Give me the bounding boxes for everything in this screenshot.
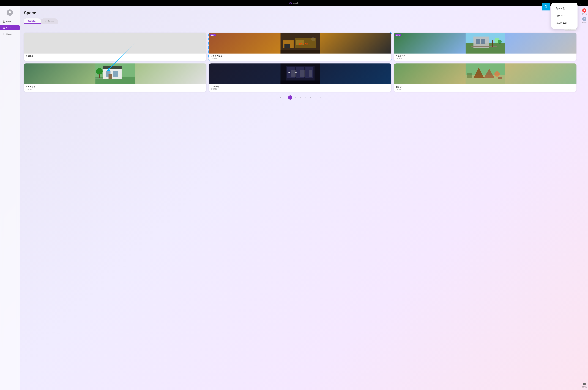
app-container: Home Space Object Space (0, 6, 588, 390)
card-info-gallery: H.Gallery 23.03.16 ··· (209, 84, 391, 92)
page-btn-4[interactable]: 4 (303, 96, 307, 99)
card-title-rooftop: 루프탑 카페 (396, 55, 406, 57)
top-bar: Modelic (0, 0, 588, 6)
card-thumb-rooftop: NEW (394, 33, 577, 53)
card-info-record: 은화수 레코드 23.04.14 ··· (209, 53, 391, 61)
help-icon-container[interactable]: ? 문의하기 (582, 17, 587, 24)
card-title-myhouse: 마이 하우스 (26, 86, 35, 88)
svg-rect-44 (300, 70, 305, 77)
svg-rect-31 (113, 71, 118, 77)
svg-point-0 (9, 11, 11, 13)
svg-point-16 (311, 37, 315, 41)
card-rooftop[interactable]: NEW 루프탑 카페 (394, 33, 577, 61)
card-title-gallery: H.Gallery (211, 86, 219, 88)
svg-rect-43 (291, 70, 296, 77)
notice-badge (582, 8, 587, 13)
svg-rect-21 (481, 39, 485, 44)
sidebar-space-label: Space (6, 27, 11, 29)
svg-rect-42 (281, 81, 320, 84)
card-date-myhouse: 23.01.15 (26, 88, 35, 90)
page-next-btn[interactable]: › (313, 96, 317, 99)
svg-rect-34 (99, 74, 100, 78)
svg-rect-5 (3, 33, 4, 34)
sidebar: Home Space Object (0, 6, 20, 390)
tabs-container: Template My Space (24, 18, 577, 24)
new-badge-record: NEW (210, 34, 216, 36)
card-info-camping: 캠핑장 23.03.23 ··· (394, 84, 577, 92)
notice-icon-container[interactable]: 공지사항 (582, 8, 587, 15)
page-btn-2[interactable]: 2 (293, 96, 297, 99)
card-thumb-gallery: H.GALLERY (209, 63, 391, 84)
svg-rect-12 (285, 44, 290, 48)
svg-rect-35 (96, 78, 103, 79)
card-date-rooftop: 23.04.12 (396, 57, 406, 59)
badge-number: 1 (545, 4, 547, 9)
card-myhouse[interactable]: 마이 하우스 23.01.15 ··· (24, 63, 206, 92)
card-menu-btn-gallery[interactable]: ··· (385, 86, 390, 90)
sidebar-item-space[interactable]: Space (0, 25, 20, 30)
sidebar-item-home[interactable]: Home (0, 19, 20, 24)
plus-icon: + (113, 39, 117, 47)
svg-rect-51 (467, 73, 472, 78)
context-open[interactable]: Space 열기 (551, 5, 578, 12)
sort-bar: 최신순 오래된순 이름순 (24, 27, 577, 31)
tutorial-label: 튜토리얼 (582, 386, 587, 388)
avatar (7, 9, 13, 16)
card-gallery[interactable]: H.GALLERY H.Gallery 23.03.16 ··· (209, 63, 391, 92)
right-sidebar: 공지사항 ? 문의하기 튜토리얼 (581, 6, 588, 390)
app-name: Modelic (293, 2, 299, 4)
space-grid: + 빈 템플릿 NEW (24, 33, 577, 92)
svg-rect-15 (281, 49, 320, 53)
svg-rect-53 (583, 383, 586, 385)
card-date-camping: 23.03.23 (396, 88, 402, 90)
tab-template[interactable]: Template (24, 18, 41, 24)
page-last-btn[interactable]: » (318, 96, 322, 99)
svg-point-33 (96, 68, 103, 75)
tab-myspace[interactable]: My Space (41, 18, 58, 24)
context-menu: Space 열기 이름 수정 Space 삭제 (551, 3, 578, 29)
sidebar-item-object[interactable]: Object (0, 31, 20, 37)
context-delete[interactable]: Space 삭제 (551, 19, 578, 27)
help-label: 문의하기 (582, 22, 587, 24)
svg-rect-45 (309, 70, 312, 77)
card-menu-btn-record[interactable]: ··· (385, 55, 390, 59)
svg-rect-6 (4, 33, 5, 34)
context-rename[interactable]: 이름 수정 (551, 12, 578, 19)
card-info-rooftop: 루프탑 카페 23.04.12 ··· (394, 53, 577, 61)
svg-rect-7 (3, 34, 4, 35)
card-record[interactable]: NEW 은화수 레코드 은화수 레코드 (209, 33, 391, 61)
main-content: Space Template My Space 최신순 오래된순 이름순 + (20, 6, 581, 390)
numbered-badge: 1 (542, 3, 550, 10)
page-btn-3[interactable]: 3 (298, 96, 302, 99)
card-date-gallery: 23.03.16 (211, 88, 219, 90)
page-prev-btn[interactable]: ‹ (283, 96, 287, 99)
app-logo: Modelic (289, 2, 299, 4)
card-title-record: 은화수 레코드 (211, 55, 222, 57)
pagination: « ‹ 1 2 3 4 5 › » (24, 96, 577, 99)
page-btn-5[interactable]: 5 (308, 96, 312, 99)
card-thumb-empty: + (24, 33, 206, 53)
sidebar-object-label: Object (6, 33, 11, 35)
card-empty[interactable]: + 빈 템플릿 (24, 33, 206, 61)
svg-point-50 (494, 71, 500, 77)
close-button[interactable]: × (578, 3, 583, 7)
svg-rect-20 (476, 39, 480, 44)
card-menu-btn-camping[interactable]: ··· (570, 86, 575, 90)
tutorial-icon-container[interactable]: 튜토리얼 (582, 382, 587, 390)
card-thumb-camping (394, 63, 577, 84)
card-title-camping: 캠핑장 (396, 86, 402, 88)
page-btn-1[interactable]: 1 (288, 96, 292, 99)
page-first-btn[interactable]: « (278, 96, 282, 99)
card-menu-btn-rooftop[interactable]: ··· (570, 55, 575, 59)
svg-rect-32 (109, 74, 112, 79)
notice-label: 공지사항 (582, 13, 587, 15)
card-thumb-record: NEW 은화수 레코드 (209, 33, 391, 53)
page-title: Space (24, 10, 577, 15)
svg-rect-52 (498, 77, 502, 79)
sidebar-home-label: Home (6, 20, 11, 23)
svg-text:은화수 레코드: 은화수 레코드 (299, 43, 310, 45)
svg-rect-29 (103, 66, 122, 69)
card-info-empty: 빈 템플릿 (24, 53, 206, 59)
card-camping[interactable]: 캠핑장 23.03.23 ··· (394, 63, 577, 92)
card-menu-btn-myhouse[interactable]: ··· (200, 86, 204, 90)
